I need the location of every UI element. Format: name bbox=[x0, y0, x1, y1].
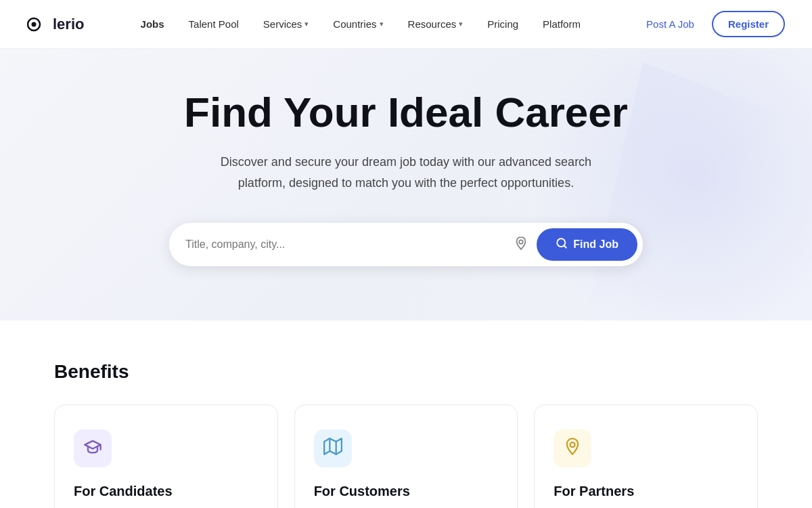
search-input[interactable] bbox=[185, 238, 514, 251]
navbar: lerio Jobs Talent Pool Services ▾ Countr… bbox=[0, 0, 812, 49]
benefit-card-partners: For Partners Assist employers in finding… bbox=[534, 404, 758, 508]
svg-line-4 bbox=[564, 246, 566, 248]
hero-section: Find Your Ideal Career Discover and secu… bbox=[0, 49, 812, 320]
map-icon bbox=[323, 437, 342, 460]
pin-icon bbox=[563, 437, 582, 460]
logo[interactable]: lerio bbox=[27, 14, 84, 35]
resources-chevron-icon: ▾ bbox=[459, 20, 463, 28]
nav-item-talent-pool[interactable]: Talent Pool bbox=[179, 13, 248, 35]
search-icon bbox=[556, 237, 568, 252]
services-chevron-icon: ▾ bbox=[304, 20, 309, 28]
location-icon[interactable] bbox=[514, 236, 528, 254]
find-job-button[interactable]: Find Job bbox=[537, 228, 637, 261]
customers-icon-wrap bbox=[314, 429, 352, 467]
search-bar: Find Job bbox=[169, 223, 643, 266]
svg-point-2 bbox=[520, 240, 524, 244]
candidates-card-title: For Candidates bbox=[74, 484, 258, 499]
countries-chevron-icon: ▾ bbox=[380, 20, 384, 28]
nav-item-platform[interactable]: Platform bbox=[533, 13, 590, 35]
svg-point-8 bbox=[570, 443, 575, 448]
svg-point-1 bbox=[32, 22, 37, 26]
nav-item-pricing[interactable]: Pricing bbox=[478, 13, 528, 35]
customers-card-title: For Customers bbox=[314, 484, 499, 499]
partners-icon-wrap bbox=[554, 429, 591, 467]
nav-links: Jobs Talent Pool Services ▾ Countries ▾ … bbox=[131, 13, 590, 35]
register-button[interactable]: Register bbox=[712, 11, 785, 37]
benefits-grid: For Candidates Find jobs directly or thr… bbox=[54, 404, 758, 508]
nav-item-services[interactable]: Services ▾ bbox=[254, 13, 319, 35]
post-job-button[interactable]: Post A Job bbox=[637, 13, 704, 35]
nav-item-jobs[interactable]: Jobs bbox=[131, 13, 174, 35]
logo-text: lerio bbox=[53, 16, 84, 33]
benefits-section: Benefits For Candidates Find jobs direct… bbox=[0, 320, 812, 508]
nav-actions: Post A Job Register bbox=[637, 11, 785, 37]
nav-item-resources[interactable]: Resources ▾ bbox=[399, 13, 473, 35]
benefit-card-customers: For Customers Find and hire globally wit… bbox=[294, 404, 518, 508]
find-job-label: Find Job bbox=[573, 238, 618, 251]
svg-marker-5 bbox=[324, 439, 342, 454]
benefit-card-candidates: For Candidates Find jobs directly or thr… bbox=[54, 404, 278, 508]
benefits-title: Benefits bbox=[54, 361, 758, 383]
partners-card-title: For Partners bbox=[554, 484, 738, 499]
graduation-icon bbox=[83, 437, 102, 460]
hero-title: Find Your Ideal Career bbox=[184, 89, 628, 135]
nav-item-countries[interactable]: Countries ▾ bbox=[323, 13, 392, 35]
candidates-icon-wrap bbox=[74, 429, 112, 467]
hero-subtitle: Discover and secure your dream job today… bbox=[210, 152, 602, 193]
